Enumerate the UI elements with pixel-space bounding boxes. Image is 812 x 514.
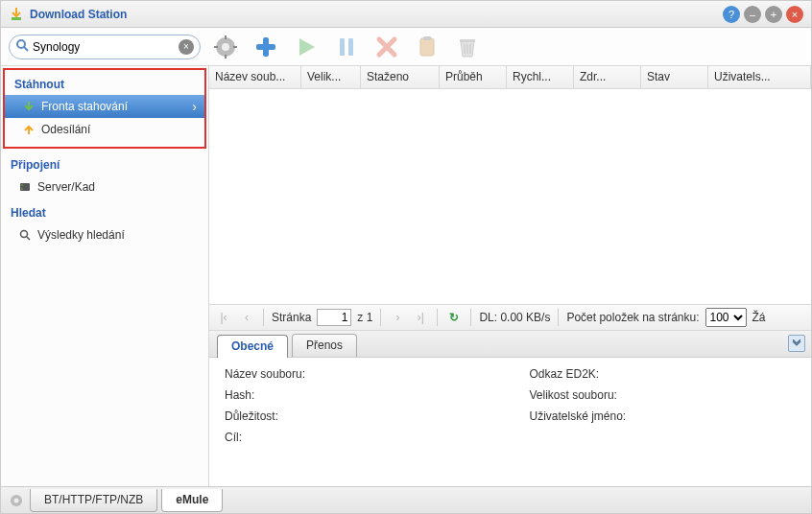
sidebar-item-label: Fronta stahování (41, 100, 128, 113)
minimize-button[interactable]: – (744, 6, 761, 23)
download-station-window: Download Station ? – + × × (0, 0, 812, 514)
tab-general[interactable]: Obecné (217, 335, 288, 358)
detail-filesize-label: Velikost souboru: (530, 388, 797, 402)
pager-page-total: z 1 (357, 311, 372, 324)
sidebar-item-label: Výsledky hledání (37, 228, 125, 242)
detail-right-col: Odkaz ED2K: Velikost souboru: Uživatelsk… (530, 367, 797, 477)
sidebar-item-download-queue[interactable]: Fronta stahování (5, 95, 204, 118)
svg-rect-13 (420, 38, 434, 56)
search-icon (15, 38, 29, 55)
detail-ed2k-label: Odkaz ED2K: (530, 367, 797, 381)
separator (380, 309, 381, 326)
download-arrow-icon (22, 100, 36, 113)
detail-username-label: Uživatelské jméno: (530, 409, 797, 423)
svg-rect-18 (460, 39, 475, 42)
search-box: × (9, 35, 201, 59)
pause-button (331, 32, 362, 62)
col-downloaded[interactable]: Staženo (361, 66, 440, 88)
highlight-box: Stáhnout Fronta stahování Odesílání (3, 68, 206, 149)
svg-rect-10 (256, 44, 275, 50)
detail-panel: Obecné Přenos Název souboru: Hash: Důlež… (209, 331, 811, 486)
detail-filename-label: Název souboru: (225, 367, 491, 381)
bottom-tab-emule[interactable]: eMule (161, 489, 223, 512)
svg-line-23 (27, 237, 30, 240)
svg-point-1 (17, 40, 25, 48)
start-button (291, 32, 322, 62)
col-filename[interactable]: Název soub... (209, 66, 301, 88)
svg-point-20 (21, 184, 23, 186)
search-input[interactable] (33, 40, 179, 54)
toolbar: × (1, 28, 811, 66)
pager-prev-icon: ‹ (238, 309, 255, 326)
pager-page-input[interactable] (317, 309, 351, 326)
detail-body: Název souboru: Hash: Důležitost: Cíl: Od… (209, 358, 811, 486)
server-icon (18, 180, 32, 194)
svg-point-21 (21, 188, 23, 190)
detail-hash-label: Hash: (225, 388, 491, 402)
pager: |‹ ‹ Stránka z 1 › ›| ↻ DL: 0.00 KB/s Po… (209, 304, 811, 331)
pager-dl-speed: DL: 0.00 KB/s (479, 311, 550, 324)
col-username[interactable]: Uživatels... (708, 66, 811, 88)
close-button[interactable]: × (786, 6, 803, 23)
col-source[interactable]: Zdr... (574, 66, 641, 88)
pager-first-icon: |‹ (215, 309, 232, 326)
sidebar-item-search-results[interactable]: Výsledky hledání (1, 223, 208, 246)
pager-items-label: Počet položek na stránku: (566, 311, 699, 324)
pager-next-icon: › (389, 309, 406, 326)
sidebar-item-label: Odesílání (41, 123, 90, 136)
col-size[interactable]: Velik... (301, 66, 361, 88)
separator (558, 309, 559, 326)
svg-rect-14 (423, 36, 431, 40)
col-status[interactable]: Stav (641, 66, 708, 88)
svg-rect-0 (12, 17, 21, 20)
bottom-tab-bt[interactable]: BT/HTTP/FTP/NZB (30, 489, 157, 512)
detail-left-col: Název souboru: Hash: Důležitost: Cíl: (225, 367, 491, 477)
pager-page-label: Stránka (272, 311, 311, 324)
svg-rect-12 (348, 38, 353, 56)
pager-items-select[interactable]: 100 (705, 308, 747, 327)
app-icon (9, 7, 24, 22)
window-title: Download Station (30, 8, 723, 21)
grid-body (209, 89, 811, 304)
help-button[interactable]: ? (723, 6, 740, 23)
trash-button (452, 32, 483, 62)
sidebar-header-search: Hledat (1, 199, 208, 223)
detail-tabs: Obecné Přenos (209, 331, 811, 358)
separator (263, 309, 264, 326)
sidebar: Stáhnout Fronta stahování Odesílání Přip… (1, 66, 209, 486)
col-progress[interactable]: Průběh (440, 66, 507, 88)
titlebar: Download Station ? – + × (1, 1, 811, 28)
pager-refresh-icon[interactable]: ↻ (445, 309, 463, 326)
delete-button (371, 32, 402, 62)
collapse-detail-icon[interactable] (788, 335, 805, 352)
svg-rect-11 (340, 38, 345, 56)
add-button[interactable] (251, 32, 281, 62)
clear-search-icon[interactable]: × (179, 39, 194, 55)
separator (437, 309, 438, 326)
sidebar-item-uploading[interactable]: Odesílání (5, 118, 204, 141)
upload-arrow-icon (22, 123, 36, 136)
pager-last-icon: ›| (412, 309, 429, 326)
settings-button[interactable] (210, 32, 241, 62)
svg-line-2 (24, 47, 28, 51)
maximize-button[interactable]: + (765, 6, 782, 23)
grid-header: Název soub... Velik... Staženo Průběh Ry… (209, 66, 811, 89)
bottom-settings-icon[interactable] (7, 491, 26, 510)
sidebar-header-connection: Připojení (1, 151, 208, 175)
svg-point-25 (14, 498, 19, 502)
bottom-bar: BT/HTTP/FTP/NZB eMule (1, 486, 811, 513)
detail-priority-label: Důležitost: (225, 409, 491, 423)
tab-transfer[interactable]: Přenos (292, 334, 357, 357)
magnifier-icon (18, 228, 32, 242)
svg-point-4 (222, 43, 229, 51)
sidebar-header-download: Stáhnout (5, 70, 204, 95)
separator (470, 309, 471, 326)
col-speed[interactable]: Rychl... (507, 66, 574, 88)
svg-point-22 (21, 231, 28, 238)
detail-target-label: Cíl: (225, 431, 491, 444)
sidebar-item-server-kad[interactable]: Server/Kad (1, 175, 208, 199)
main: Název soub... Velik... Staženo Průběh Ry… (209, 66, 811, 486)
window-buttons: ? – + × (723, 6, 803, 23)
svg-rect-19 (20, 183, 30, 191)
pager-nodata: Žá (752, 311, 766, 324)
